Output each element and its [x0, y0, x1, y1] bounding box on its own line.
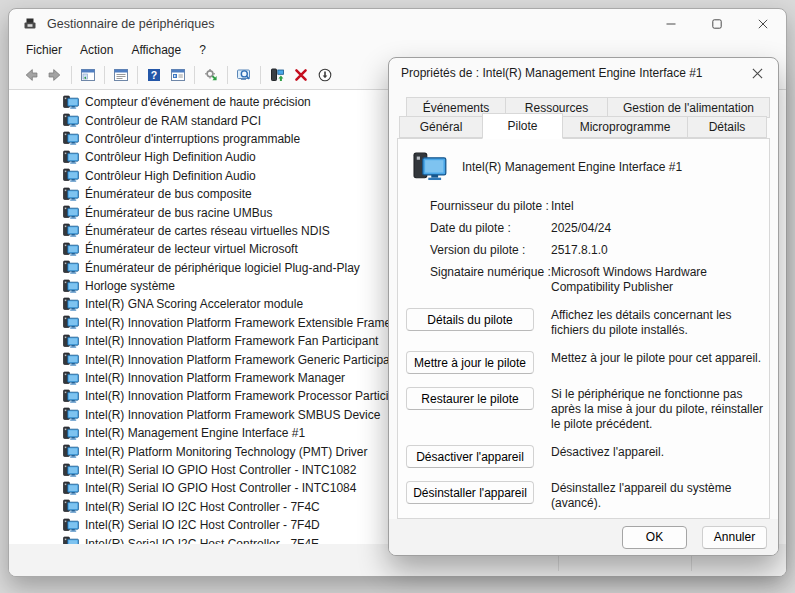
search-monitor-icon [236, 67, 252, 83]
titlebar[interactable]: Gestionnaire de périphériques [9, 9, 786, 39]
device-item-label: Énumérateur de lecteur virtuel Microsoft [85, 242, 298, 256]
system-device-icon [63, 499, 79, 514]
driver-info-row: Date du pilote : 2025/04/24 [398, 221, 769, 236]
tab-row-back: Événements Ressources Gestion de l'alime… [406, 97, 769, 118]
properties-button[interactable] [109, 63, 133, 87]
device-header: Intel(R) Management Engine Interface #1 [412, 151, 769, 183]
driver-action-button[interactable]: Désactiver l'appareil [406, 445, 534, 468]
driver-action-button[interactable]: Restaurer le pilote [406, 387, 534, 410]
toolbar-separator [260, 66, 261, 84]
device-item-label: Intel(R) Innovation Platform Framework M… [85, 371, 345, 385]
device-item-label: Intel(R) Serial IO I2C Host Controller -… [85, 518, 320, 532]
close-button[interactable] [740, 9, 786, 39]
device-item-label: Intel(R) Serial IO I2C Host Controller -… [85, 537, 319, 544]
menu-affichage[interactable]: Affichage [122, 41, 190, 59]
driver-action-description: Désactivez l'appareil. [551, 445, 769, 460]
window-controls [648, 9, 786, 39]
driver-actions: Détails du pilote Affichez les détails c… [398, 308, 769, 511]
driver-info-row: Signataire numérique : Microsoft Windows… [398, 265, 769, 295]
dialog-titlebar[interactable]: Propriétés de : Intel(R) Management Engi… [389, 58, 778, 88]
driver-action-button[interactable]: Détails du pilote [406, 308, 534, 331]
driver-info: Fournisseur du pilote : Intel Date du pi… [398, 199, 769, 295]
system-device-icon [63, 242, 79, 257]
driver-info-label: Signataire numérique : [430, 265, 551, 280]
forward-icon [47, 67, 63, 83]
device-item-label: Énumérateur de bus composite [85, 187, 252, 201]
uninstall-x-icon [293, 67, 309, 83]
help-button[interactable]: ? [142, 63, 166, 87]
console-tree-icon [80, 67, 96, 83]
search-devices-button[interactable] [232, 63, 256, 87]
device-item-label: Énumérateur de bus racine UMBus [85, 206, 272, 220]
system-device-icon [63, 536, 79, 544]
device-name: Intel(R) Management Engine Interface #1 [462, 160, 682, 174]
dialog-footer: OK Annuler [389, 519, 778, 555]
update-driver-button[interactable] [265, 63, 289, 87]
driver-info-row: Version du pilote : 2517.8.1.0 [398, 243, 769, 258]
tab-gestion-alimentation[interactable]: Gestion de l'alimentation [607, 97, 770, 118]
toolbar-separator [227, 66, 228, 84]
system-device-icon [63, 260, 79, 275]
uninstall-device-button[interactable] [289, 63, 313, 87]
system-device-icon [63, 113, 79, 128]
properties-icon [113, 67, 129, 83]
menu-help[interactable]: ? [190, 41, 215, 59]
tab-details[interactable]: Détails [687, 116, 767, 138]
scan-hardware-changes-button[interactable] [199, 63, 223, 87]
show-console-tree-button[interactable] [76, 63, 100, 87]
device-item-label: Contrôleur d'interruptions programmable [85, 132, 300, 146]
driver-action-button[interactable]: Mettre à jour le pilote [406, 351, 534, 374]
scan-hardware-icon [203, 67, 219, 83]
system-device-icon [63, 131, 79, 146]
forward-button[interactable] [43, 63, 67, 87]
maximize-button[interactable] [694, 9, 740, 39]
menu-fichier[interactable]: Fichier [17, 41, 71, 59]
driver-info-value: Microsoft Windows Hardware Compatibility… [551, 265, 769, 295]
system-device-icon [63, 463, 79, 478]
device-item-label: Énumérateur de cartes réseau virtuelles … [85, 224, 330, 238]
disable-device-button[interactable] [313, 63, 337, 87]
system-device-icon [63, 371, 79, 386]
system-device-icon [63, 481, 79, 496]
device-item-label: Intel(R) Innovation Platform Framework F… [85, 334, 378, 348]
menu-action[interactable]: Action [71, 41, 122, 59]
driver-info-label: Version du pilote : [430, 243, 551, 258]
driver-action-button[interactable]: Désinstaller l'appareil [406, 481, 534, 504]
dialog-close-button[interactable] [740, 59, 774, 87]
device-item-label: Intel(R) Innovation Platform Framework E… [85, 316, 416, 330]
driver-tab-page: Intel(R) Management Engine Interface #1 … [397, 138, 770, 519]
device-item-label: Intel(R) Management Engine Interface #1 [85, 426, 305, 440]
system-device-icon [63, 444, 79, 459]
tab-row-front: Général Pilote Microprogramme Détails [399, 116, 766, 138]
system-device-icon [63, 95, 79, 110]
driver-info-label: Fournisseur du pilote : [430, 199, 551, 214]
system-device-icon [63, 223, 79, 238]
device-item-label: Intel(R) Innovation Platform Framework S… [85, 408, 380, 422]
disable-down-icon [317, 67, 333, 83]
minimize-button[interactable] [648, 9, 694, 39]
toolbar-separator [137, 66, 138, 84]
driver-action-description: Mettez à jour le pilote pour cet apparei… [551, 351, 769, 366]
system-device-icon [63, 187, 79, 202]
tab-general[interactable]: Général [399, 116, 483, 138]
export-list-button[interactable] [166, 63, 190, 87]
device-manager-app-icon [22, 16, 38, 32]
ok-button[interactable]: OK [622, 526, 687, 549]
driver-info-value: 2517.8.1.0 [551, 243, 769, 258]
device-item-label: Compteur d'événement de haute précision [85, 95, 311, 109]
device-item-label: Intel(R) Platform Monitoring Technology … [85, 445, 368, 459]
system-device-icon [63, 389, 79, 404]
cancel-button[interactable]: Annuler [702, 526, 767, 549]
device-item-label: Intel(R) Innovation Platform Framework P… [85, 389, 412, 403]
tab-pilote[interactable]: Pilote [482, 113, 563, 139]
device-item-label: Intel(R) Serial IO I2C Host Controller -… [85, 500, 320, 514]
device-item-label: Horloge système [85, 279, 175, 293]
tab-microprogramme[interactable]: Microprogramme [562, 116, 688, 138]
update-driver-icon [269, 67, 285, 83]
back-button[interactable] [19, 63, 43, 87]
device-item-label: Intel(R) Serial IO GPIO Host Controller … [85, 463, 356, 477]
driver-action-description: Affichez les détails concernant les fich… [551, 308, 769, 338]
device-item-label: Énumérateur de périphérique logiciel Plu… [85, 261, 360, 275]
system-device-icon [63, 297, 79, 312]
driver-action-row: Détails du pilote Affichez les détails c… [398, 308, 769, 338]
